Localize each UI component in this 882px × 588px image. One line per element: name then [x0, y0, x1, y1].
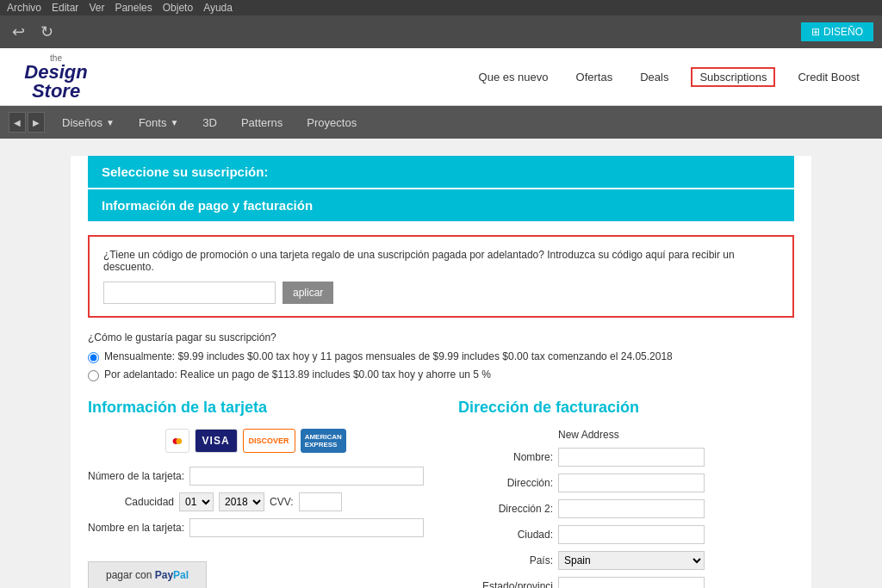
- expiry-year-select[interactable]: 2018 2019 2020 2021 2022 2023 2024 2025: [219, 492, 264, 511]
- direccion-label: Dirección:: [458, 477, 553, 489]
- billing-address-col: Dirección de facturación New Address Nom…: [458, 399, 794, 588]
- menu-editar[interactable]: Editar: [52, 2, 78, 14]
- pais-select[interactable]: Spain USA France Germany: [558, 551, 705, 570]
- menu-objeto[interactable]: Objeto: [163, 2, 193, 14]
- expiry-row: Caducidad 01 02 03 04 05 06 07 08 09 10 …: [88, 492, 424, 511]
- nav-disenos[interactable]: Diseños ▼: [50, 106, 127, 139]
- estado-input[interactable]: [558, 577, 705, 588]
- card-section-title: Información de la tarjeta: [88, 399, 424, 417]
- fonts-dropdown-arrow: ▼: [170, 118, 178, 127]
- header: the Design Store Que es nuevo Ofertas De…: [0, 48, 882, 106]
- visa-logo: VISA: [195, 429, 238, 453]
- direccion2-row: Dirección 2:: [458, 499, 794, 518]
- promo-code-input[interactable]: [103, 282, 276, 304]
- promo-text: ¿Tiene un código de promoción o una tarj…: [103, 249, 779, 273]
- name-on-card-row: Nombre en la tarjeta:: [88, 518, 424, 537]
- nav-credit-boost[interactable]: Credit Boost: [792, 67, 865, 87]
- menu-archivo[interactable]: Archivo: [7, 2, 41, 14]
- pais-label: País:: [458, 554, 553, 566]
- nav-que-es-nuevo[interactable]: Que es nuevo: [474, 67, 554, 87]
- option-monthly: Mensualmente: $9.99 includes $0.00 tax h…: [88, 350, 794, 363]
- discover-logo: DISCOVER: [243, 429, 295, 453]
- expiry-label: Caducidad: [88, 496, 174, 508]
- nombre-label: Nombre:: [458, 451, 553, 463]
- nav-ofertas[interactable]: Ofertas: [571, 67, 618, 87]
- cvv-input[interactable]: [299, 492, 342, 511]
- radio-monthly[interactable]: [88, 352, 99, 363]
- main-content: Seleccione su suscripción: Información d…: [71, 156, 811, 588]
- direccion-input[interactable]: [558, 473, 705, 492]
- nav-arrow-right[interactable]: ▶: [28, 112, 45, 133]
- nav-proyectos[interactable]: Proyectos: [295, 106, 369, 139]
- main-nav: Que es nuevo Ofertas Deals Subscriptions…: [474, 67, 865, 87]
- card-number-label: Número de la tarjeta:: [88, 470, 184, 482]
- option-prepaid: Por adelantado: Realice un pago de $113.…: [88, 368, 794, 381]
- direccion2-label: Dirección 2:: [458, 503, 553, 515]
- redo-button[interactable]: ↻: [37, 21, 57, 43]
- billing-section-title: Dirección de facturación: [458, 399, 794, 417]
- promo-input-row: aplicar: [103, 282, 779, 304]
- paypal-button[interactable]: pagar con PayPal: [88, 561, 207, 588]
- disenos-dropdown-arrow: ▼: [106, 118, 115, 127]
- two-col-layout: Información de la tarjeta ●● VISA DISCOV…: [88, 399, 794, 588]
- secondary-nav: ◀ ▶ Diseños ▼ Fonts ▼ 3D Patterns Proyec…: [0, 106, 882, 139]
- option-prepaid-label: Por adelantado: Realice un pago de $113.…: [104, 368, 491, 381]
- card-logos: ●● VISA DISCOVER AMERICANEXPRESS: [88, 429, 424, 453]
- design-button[interactable]: ⊞ DISEÑO: [801, 22, 873, 41]
- pais-row: País: Spain USA France Germany: [458, 551, 794, 570]
- radio-prepaid[interactable]: [88, 370, 99, 381]
- menu-ayuda[interactable]: Ayuda: [203, 2, 233, 14]
- estado-label: Estado/provinci: [458, 580, 553, 588]
- nav-patterns[interactable]: Patterns: [229, 106, 295, 139]
- logo-main: Design Store: [24, 61, 87, 102]
- ciudad-input[interactable]: [558, 525, 705, 544]
- new-address-label: New Address: [558, 429, 794, 441]
- promo-code-box: ¿Tiene un código de promoción o una tarj…: [88, 235, 794, 318]
- card-info-col: Información de la tarjeta ●● VISA DISCOV…: [88, 399, 424, 588]
- amex-logo: AMERICANEXPRESS: [301, 429, 346, 453]
- direccion-row: Dirección:: [458, 473, 794, 492]
- section-header-select: Seleccione su suscripción:: [88, 156, 794, 188]
- menu-paneles[interactable]: Paneles: [115, 2, 152, 14]
- card-number-row: Número de la tarjeta:: [88, 467, 424, 486]
- direccion2-input[interactable]: [558, 499, 705, 518]
- logo[interactable]: the Design Store: [17, 55, 95, 98]
- undo-button[interactable]: ↩: [9, 21, 28, 43]
- mastercard-logo: ●●: [165, 429, 189, 453]
- promo-apply-button[interactable]: aplicar: [283, 282, 333, 304]
- option-monthly-label: Mensualmente: $9.99 includes $0.00 tax h…: [104, 350, 673, 362]
- cvv-label: CVV:: [270, 496, 294, 508]
- section-header-payment: Información de pago y facturación: [88, 189, 794, 221]
- toolbar: ↩ ↻ ⊞ DISEÑO: [0, 15, 882, 48]
- card-number-input[interactable]: [189, 467, 424, 486]
- expiry-month-select[interactable]: 01 02 03 04 05 06 07 08 09 10 11 12: [179, 492, 214, 511]
- nombre-row: Nombre:: [458, 448, 794, 467]
- nav-fonts[interactable]: Fonts ▼: [127, 106, 190, 139]
- nav-arrows: ◀ ▶: [9, 112, 45, 133]
- nav-subscriptions[interactable]: Subscriptions: [691, 67, 775, 87]
- nav-3d[interactable]: 3D: [190, 106, 229, 139]
- name-on-card-label: Nombre en la tarjeta:: [88, 522, 184, 534]
- menu-ver[interactable]: Ver: [89, 2, 104, 14]
- grid-icon: ⊞: [811, 26, 820, 38]
- menubar: Archivo Editar Ver Paneles Objeto Ayuda: [0, 0, 882, 15]
- nav-arrow-left[interactable]: ◀: [9, 112, 26, 133]
- estado-row: Estado/provinci: [458, 577, 794, 588]
- paypal-pre-text: pagar con: [106, 569, 155, 581]
- paypal-pay-text: Pay: [155, 569, 173, 581]
- payment-question: ¿Cómo le gustaría pagar su suscripción?: [88, 331, 794, 344]
- name-on-card-input[interactable]: [189, 518, 424, 537]
- nombre-input[interactable]: [558, 448, 705, 467]
- ciudad-row: Ciudad:: [458, 525, 794, 544]
- nav-deals[interactable]: Deals: [635, 67, 674, 87]
- paypal-pal-text: Pal: [173, 569, 189, 581]
- ciudad-label: Ciudad:: [458, 529, 553, 541]
